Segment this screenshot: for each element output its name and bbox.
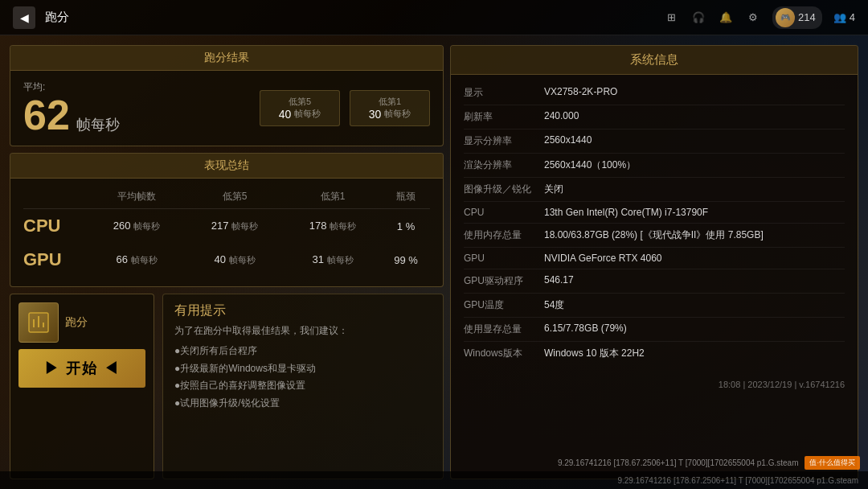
- tip-3: ●按照自己的喜好调整图像设置: [174, 377, 432, 395]
- score-secondary: 低第5 40 帧每秒 低第1 30 帧每秒: [260, 90, 430, 126]
- main-content: 跑分结果 平均: 62 帧每秒 低第5 40 帧每秒: [0, 35, 868, 489]
- col-low1: 低第1: [284, 190, 382, 203]
- score-card-header: 跑分结果: [10, 46, 443, 71]
- sys-val-gpu: NVIDIA GeForce RTX 4060: [544, 253, 845, 264]
- sys-val-windows: Windows 10 版本 22H2: [544, 347, 845, 360]
- score-body: 平均: 62 帧每秒 低第5 40 帧每秒: [10, 71, 443, 146]
- main-score: 平均: 62 帧每秒: [23, 80, 120, 136]
- sys-val-gpu-temp: 54度: [544, 298, 845, 312]
- tip-2: ●升级最新的Windows和显卡驱动: [174, 360, 432, 378]
- sysinfo-timestamp: 18:08 | 2023/12/19 | v.16741216: [451, 372, 858, 394]
- sys-key-gpu: GPU: [464, 253, 544, 264]
- settings-icon[interactable]: ⚙: [745, 10, 761, 26]
- sys-val-refresh: 240.000: [544, 110, 845, 121]
- perf-table: 平均帧数 低第5 低第1 瓶颈 CPU 260 帧每秒 217 帧每秒 178 …: [10, 179, 443, 286]
- bench-name: 跑分: [65, 315, 88, 330]
- grid-icon[interactable]: ⊞: [663, 10, 679, 26]
- user-count: 214: [798, 11, 816, 23]
- score-card: 跑分结果 平均: 62 帧每秒 低第5 40 帧每秒: [10, 45, 444, 146]
- sys-row-res: 显示分辨率 2560x1440: [464, 129, 845, 154]
- watermark-coords: 9.29.16741216 [178.67.2506+11] T [7000][…: [558, 458, 799, 467]
- perf-card: 表现总结 平均帧数 低第5 低第1 瓶颈 CPU 260 帧每秒 217 帧每: [10, 153, 444, 287]
- sys-row-ram: 使用内存总量 18.00/63.87GB (28%) [《现代战争II》使用 7…: [464, 224, 845, 248]
- low1-label: 低第1: [363, 96, 416, 108]
- low1-value-display: 30: [369, 108, 382, 121]
- sys-row-gpu: GPU NVIDIA GeForce RTX 4060: [464, 248, 845, 269]
- user-badge[interactable]: 🎮 214: [772, 6, 822, 29]
- sys-key-cpu: CPU: [464, 207, 544, 218]
- sys-row-refresh: 刷新率 240.000: [464, 105, 845, 129]
- tips-desc: 为了在跑分中取得最佳结果，我们建议：: [174, 324, 432, 338]
- sys-row-windows: Windows版本 Windows 10 版本 22H2: [464, 342, 845, 365]
- back-button[interactable]: ◀: [13, 6, 35, 29]
- sys-key-refresh: 刷新率: [464, 110, 544, 124]
- gpu-low1: 31 帧每秒: [284, 253, 382, 266]
- sys-key-ram: 使用内存总量: [464, 228, 544, 242]
- sys-key-windows: Windows版本: [464, 347, 544, 360]
- sys-val-cpu: 13th Gen Intel(R) Core(TM) i7-13790F: [544, 207, 845, 218]
- gpu-row: GPU 66 帧每秒 40 帧每秒 31 帧每秒 99 %: [23, 243, 430, 277]
- left-panel: 跑分结果 平均: 62 帧每秒 低第5 40 帧每秒: [10, 45, 444, 479]
- sys-key-gpu-temp: GPU温度: [464, 298, 544, 312]
- low5-value-display: 40: [279, 108, 292, 121]
- sys-val-res: 2560x1440: [544, 134, 845, 146]
- cpu-avg: 260 帧每秒: [88, 220, 186, 232]
- col-low5: 低第5: [186, 190, 284, 203]
- gpu-low5: 40 帧每秒: [186, 253, 284, 266]
- tips-title: 有用提示: [174, 302, 432, 319]
- col-empty: [23, 190, 88, 203]
- tip-1: ●关闭所有后台程序: [174, 343, 432, 360]
- low1-item: 低第1 30 帧每秒: [350, 90, 430, 126]
- gpu-avg: 66 帧每秒: [88, 253, 186, 266]
- friends-icon: 👥: [833, 11, 846, 23]
- cpu-low1: 178 帧每秒: [284, 220, 382, 232]
- bench-icon: [18, 302, 59, 343]
- perf-card-header: 表现总结: [10, 154, 443, 179]
- status-bar-coords: 9.29.16741216 [178.67.2506+11] T [7000][…: [617, 476, 858, 485]
- sys-val-display: VX2758-2K-PRO: [544, 86, 845, 97]
- sys-row-cpu: CPU 13th Gen Intel(R) Core(TM) i7-13790F: [464, 202, 845, 224]
- col-avg: 平均帧数: [88, 190, 186, 203]
- sys-key-image: 图像升级／锐化: [464, 183, 544, 196]
- sys-val-gpu-driver: 546.17: [544, 274, 845, 286]
- sys-val-render-res: 2560x1440（100%）: [544, 158, 845, 172]
- sys-key-gpu-driver: GPU驱动程序: [464, 274, 544, 288]
- status-bar: 9.29.16741216 [178.67.2506+11] T [7000][…: [0, 471, 868, 489]
- sysinfo-header: 系统信息: [451, 46, 858, 75]
- tips-box: 有用提示 为了在跑分中取得最佳结果，我们建议： ●关闭所有后台程序 ●升级最新的…: [162, 294, 444, 479]
- avg-unit: 帧每秒: [76, 115, 120, 134]
- bottom-watermark: 9.29.16741216 [178.67.2506+11] T [7000][…: [558, 456, 860, 470]
- tip-4: ●试用图像升级/锐化设置: [174, 395, 432, 413]
- watermark-badge: 值·什么值得买: [805, 456, 860, 470]
- col-bottleneck: 瓶颈: [382, 190, 430, 203]
- score-display: 62 帧每秒: [23, 94, 120, 136]
- bell-icon[interactable]: 🔔: [718, 10, 734, 26]
- friends-count: 4: [850, 11, 855, 23]
- page-title: 跑分: [45, 10, 69, 25]
- sys-row-gpu-driver: GPU驱动程序 546.17: [464, 269, 845, 294]
- bottom-section: 跑分 ▶ 开始 ◀ 有用提示 为了在跑分中取得最佳结果，我们建议： ●关闭所有后…: [10, 294, 444, 479]
- sys-row-render-res: 渲染分辨率 2560x1440（100%）: [464, 154, 845, 178]
- topbar: ◀ 跑分 ⊞ 🎧 🔔 ⚙ 🎮 214 👥 4: [0, 0, 868, 35]
- headphone-icon[interactable]: 🎧: [690, 10, 706, 26]
- back-icon: ◀: [20, 11, 29, 24]
- gpu-label: GPU: [23, 249, 88, 270]
- perf-table-header: 平均帧数 低第5 低第1 瓶颈: [23, 185, 430, 209]
- low5-label: 低第5: [273, 96, 326, 108]
- cpu-label: CPU: [23, 216, 88, 236]
- timestamp-text: 18:08 | 2023/12/19 | v.16741216: [719, 380, 845, 389]
- low5-item: 低第5 40 帧每秒: [260, 90, 340, 126]
- sys-key-render-res: 渲染分辨率: [464, 158, 544, 172]
- cpu-row: CPU 260 帧每秒 217 帧每秒 178 帧每秒 1 %: [23, 209, 430, 243]
- sys-val-ram: 18.00/63.87GB (28%) [《现代战争II》使用 7.85GB]: [544, 228, 845, 242]
- sys-row-display: 显示 VX2758-2K-PRO: [464, 81, 845, 105]
- start-button[interactable]: ▶ 开始 ◀: [18, 349, 145, 388]
- sys-row-image: 图像升级／锐化 关闭: [464, 178, 845, 202]
- sys-row-gpu-temp: GPU温度 54度: [464, 294, 845, 318]
- friends-badge[interactable]: 👥 4: [833, 11, 855, 23]
- sys-key-display: 显示: [464, 86, 544, 100]
- sys-row-vram: 使用显存总量 6.15/7.78GB (79%): [464, 318, 845, 342]
- sys-table: 显示 VX2758-2K-PRO 刷新率 240.000 显示分辨率 2560x…: [451, 75, 858, 372]
- sys-key-res: 显示分辨率: [464, 134, 544, 148]
- sys-val-vram: 6.15/7.78GB (79%): [544, 323, 845, 334]
